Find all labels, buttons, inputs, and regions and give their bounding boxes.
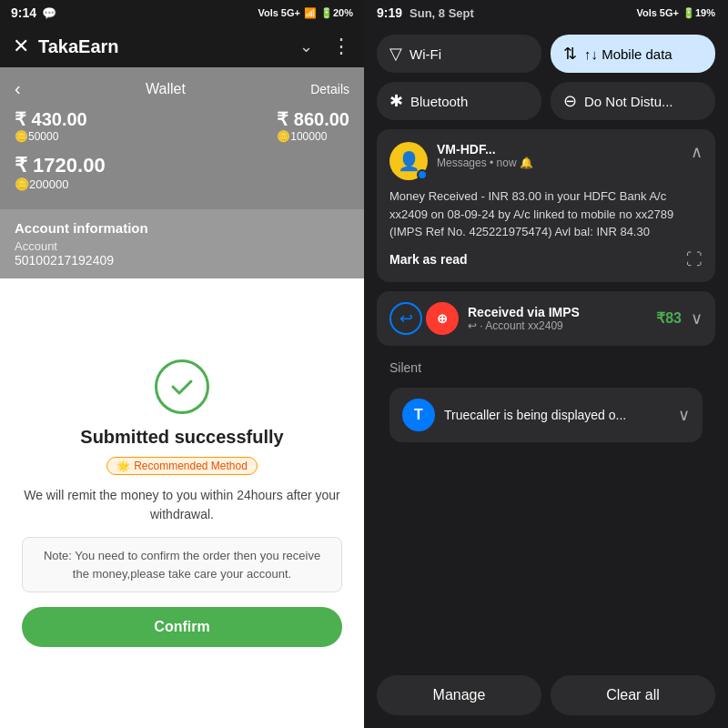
imps-card: ↩ ⊕ Received via IMPS ↩ · Account xx2409… bbox=[377, 291, 715, 346]
do-not-disturb-toggle[interactable]: ⊖ Do Not Distu... bbox=[551, 82, 715, 120]
wifi-toggle[interactable]: ▽ Wi-Fi bbox=[377, 35, 541, 73]
avatar-icon: 👤 bbox=[398, 150, 420, 172]
wallet-large-amount: ₹ 1720.00 🪙200000 bbox=[15, 154, 349, 191]
close-button[interactable]: ✕ bbox=[13, 35, 29, 58]
bluetooth-icon: ✱ bbox=[389, 91, 403, 111]
details-link[interactable]: Details bbox=[310, 82, 349, 96]
large-amount-value: ₹ 1720.00 bbox=[15, 154, 349, 177]
mobile-data-icon: ⇅ bbox=[563, 44, 577, 64]
note-box: Note: You need to confirm the order then… bbox=[22, 537, 342, 592]
imps-amount: ₹83 bbox=[656, 309, 682, 327]
notif-actions: Mark as read ⛶ bbox=[389, 250, 703, 269]
wallet-amounts: ₹ 430.00 🪙50000 ₹ 860.00 🪙100000 bbox=[15, 108, 349, 143]
bluetooth-label: Bluetooth bbox=[410, 94, 468, 109]
left-time: 9:14 bbox=[11, 5, 36, 20]
wallet-label: Wallet bbox=[21, 81, 311, 97]
wallet-amount-2: ₹ 860.00 🪙100000 bbox=[277, 108, 349, 143]
dnd-icon: ⊖ bbox=[563, 91, 577, 111]
right-time: 9:19 bbox=[377, 5, 402, 20]
right-date: Sun, 8 Sept bbox=[410, 6, 474, 20]
expand-icon[interactable]: ⛶ bbox=[686, 250, 703, 269]
notif-header: 👤 VM-HDF... Messages • now 🔔 ∧ bbox=[389, 142, 703, 180]
account-info-title: Account information bbox=[15, 220, 349, 236]
success-icon bbox=[155, 359, 209, 414]
right-signal: Vols 5G+ bbox=[636, 7, 679, 18]
battery-percent: 🔋20% bbox=[320, 7, 353, 19]
imps-circle-icon: ↩ bbox=[389, 302, 422, 335]
clear-all-button[interactable]: Clear all bbox=[551, 675, 715, 715]
badge-label: Recommended Method bbox=[134, 460, 248, 472]
notifications-area: 👤 VM-HDF... Messages • now 🔔 ∧ Money Rec… bbox=[364, 129, 728, 662]
bottom-actions: Manage Clear all bbox=[364, 662, 728, 728]
success-section: Submitted successfully 🌟 Recommended Met… bbox=[0, 278, 364, 728]
bank-notification-card: 👤 VM-HDF... Messages • now 🔔 ∧ Money Rec… bbox=[377, 129, 715, 282]
coins-2-value: 🪙100000 bbox=[277, 130, 349, 143]
whatsapp-icon: 💬 bbox=[42, 6, 56, 20]
dnd-label: Do Not Distu... bbox=[584, 94, 673, 109]
notif-avatar: 👤 bbox=[389, 142, 428, 180]
notif-meta: VM-HDF... Messages • now 🔔 bbox=[437, 142, 682, 169]
imps-icons: ↩ ⊕ bbox=[389, 302, 459, 335]
truecaller-label: Truecaller is being displayed o... bbox=[444, 408, 669, 422]
wallet-amount-1: ₹ 430.00 🪙50000 bbox=[15, 108, 87, 143]
right-battery: 🔋19% bbox=[682, 7, 715, 19]
wifi-label: Wi-Fi bbox=[410, 46, 441, 62]
notif-source: Messages • now 🔔 bbox=[437, 157, 682, 169]
imps-info: Received via IMPS ↩ · Account xx2409 bbox=[468, 305, 647, 332]
left-panel: 9:14 💬 Vols 5G+ 📶 🔋20% ✕ TakaEarn ⌄ ⋮ ‹ … bbox=[0, 0, 364, 728]
quick-toggles: ▽ Wi-Fi ⇅ ↑↓ Mobile data ✱ Bluetooth ⊖ D… bbox=[364, 25, 728, 129]
app-title: TakaEarn bbox=[38, 36, 290, 57]
mobile-data-toggle[interactable]: ⇅ ↑↓ Mobile data bbox=[551, 35, 715, 73]
large-coins-value: 🪙200000 bbox=[15, 177, 349, 191]
coins-1-value: 🪙50000 bbox=[15, 130, 87, 143]
confirm-button[interactable]: Confirm bbox=[22, 607, 342, 647]
recommended-badge: 🌟 Recommended Method bbox=[106, 457, 258, 475]
imps-red-text: ⊕ bbox=[437, 311, 448, 326]
wifi-icon: ▽ bbox=[389, 44, 402, 64]
wallet-section: ‹ Wallet Details ₹ 430.00 🪙50000 ₹ 860.0… bbox=[0, 67, 364, 209]
right-status-icons: Vols 5G+ 🔋19% bbox=[636, 7, 715, 19]
mobile-data-label: ↑↓ Mobile data bbox=[584, 46, 672, 62]
notif-sender: VM-HDF... bbox=[437, 142, 682, 157]
right-panel: 9:19 Sun, 8 Sept Vols 5G+ 🔋19% ▽ Wi-Fi ⇅… bbox=[364, 0, 728, 728]
amount-1-value: ₹ 430.00 bbox=[15, 108, 87, 130]
app-header: ✕ TakaEarn ⌄ ⋮ bbox=[0, 25, 364, 67]
silent-label: Silent bbox=[377, 355, 715, 379]
amount-2-value: ₹ 860.00 bbox=[277, 108, 349, 130]
collapse-icon[interactable]: ∧ bbox=[691, 142, 703, 162]
manage-button[interactable]: Manage bbox=[377, 675, 541, 715]
battery-icon: 📶 bbox=[304, 7, 317, 19]
imps-title: Received via IMPS bbox=[468, 305, 647, 319]
account-info-section: Account information Account 501002171924… bbox=[0, 209, 364, 278]
bluetooth-toggle[interactable]: ✱ Bluetooth bbox=[377, 82, 541, 120]
truecaller-icon: T bbox=[402, 399, 435, 431]
left-status-bar: 9:14 💬 Vols 5G+ 📶 🔋20% bbox=[0, 0, 364, 25]
blue-dot bbox=[417, 169, 428, 180]
imps-red-icon: ⊕ bbox=[426, 302, 459, 335]
chevron-down-icon[interactable]: ⌄ bbox=[299, 36, 313, 56]
imps-sub: ↩ · Account xx2409 bbox=[468, 319, 647, 332]
right-status-bar: 9:19 Sun, 8 Sept Vols 5G+ 🔋19% bbox=[364, 0, 728, 25]
mark-as-read-button[interactable]: Mark as read bbox=[389, 252, 468, 267]
imps-chevron-icon[interactable]: ∨ bbox=[691, 308, 703, 329]
signal-icon: Vols 5G+ bbox=[258, 7, 300, 18]
account-number: 50100217192409 bbox=[15, 253, 349, 268]
success-description: We will remit the money to you within 24… bbox=[22, 486, 342, 524]
wallet-nav: ‹ Wallet Details bbox=[15, 78, 349, 99]
truecaller-chevron-icon[interactable]: ∨ bbox=[678, 405, 690, 425]
badge-icon: 🌟 bbox=[116, 460, 130, 472]
left-status-icons: Vols 5G+ 📶 🔋20% bbox=[258, 7, 353, 19]
truecaller-card: T Truecaller is being displayed o... ∨ bbox=[389, 388, 703, 442]
more-options-icon[interactable]: ⋮ bbox=[331, 35, 351, 58]
success-title: Submitted successfully bbox=[80, 427, 283, 448]
notif-body: Money Received - INR 83.00 in your HDFC … bbox=[389, 187, 703, 241]
imps-arrow-icon: ↩ bbox=[399, 308, 413, 329]
account-label: Account bbox=[15, 239, 349, 253]
back-arrow-icon[interactable]: ‹ bbox=[15, 78, 21, 99]
